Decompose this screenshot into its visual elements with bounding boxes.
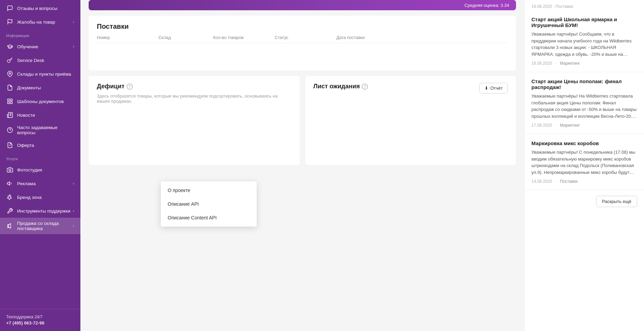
sidebar-item-label: Инструменты поддержки [17, 208, 70, 214]
svg-rect-4 [11, 99, 12, 101]
news-tag-2: Маркетинг [560, 123, 580, 128]
deficit-description: Здесь отобразятся товары, которые мы рек… [97, 93, 292, 104]
report-btn-label: Отчёт [490, 86, 503, 91]
col-status: Статус [275, 35, 336, 40]
supplies-section: Поставки Номер Склад Кол-во товаров Стат… [89, 16, 516, 71]
deficit-section: Дефицит ? Здесь отобразятся товары, кото… [89, 76, 300, 165]
sidebar-item-faq[interactable]: Часто задаваемые вопросы [0, 122, 80, 138]
sidebar-item-label: Реклама [17, 181, 36, 186]
question-icon [6, 126, 14, 134]
newspaper-icon [6, 111, 14, 119]
dot-2: · [555, 123, 556, 128]
col-warehouse: Склад [158, 35, 213, 40]
col-date: Дата поставки [336, 35, 508, 40]
chevron-right-icon: › [73, 20, 74, 24]
camera-icon [6, 166, 14, 174]
sidebar-item-servicedesk[interactable]: Service Desk [0, 53, 80, 67]
news-footer-1: 18.08.2020 · Маркетинг [531, 61, 637, 66]
sidebar-item-label: Service Desk [17, 58, 44, 63]
speaker-icon [6, 222, 14, 230]
news-item-2[interactable]: Старт акции Цены пополам: финал распрода… [525, 72, 644, 134]
wishlist-title: Лист ожидания ? [313, 83, 368, 90]
sidebar-item-training[interactable]: Обучение › [0, 40, 80, 53]
support-phone: +7 (495) 663-72-96 [6, 320, 74, 326]
news-date-3: 14.08.2020 [531, 179, 552, 184]
right-panel-footer: Раскрыть ещё [525, 190, 644, 213]
sidebar-item-branzone[interactable]: Бренд зона [0, 190, 80, 204]
col-quantity: Кол-во товаров [213, 35, 275, 40]
chevron-right-icon: › [73, 224, 74, 228]
news-date-top: 19.08.2020 · Поставки [525, 0, 644, 10]
flag-icon [6, 18, 14, 26]
chat-icon [6, 4, 14, 12]
sidebar-item-templates[interactable]: Шаблоны документов [0, 94, 80, 108]
news-item-1[interactable]: Старт акций Школьная ярмарка и Игрушечны… [525, 10, 644, 72]
col-number: Номер [97, 35, 158, 40]
sidebar-item-photostudio[interactable]: Фотостудия [0, 163, 80, 177]
news-title-3: Маркировка микс коробов [531, 140, 637, 146]
megaphone-icon [6, 180, 14, 187]
support-label: Техподдержка 24/7 [6, 315, 74, 319]
dropdown-menu: О проекте Описание API Описание Content … [161, 181, 257, 227]
main-content: Средняя оценка: 3.34 Поставки Номер Скла… [80, 0, 524, 331]
sidebar-item-label: Новости [17, 113, 35, 118]
sidebar-item-reviews[interactable]: Отзывы и вопросы [0, 1, 80, 15]
news-body-1: Уважаемые партнёры! Сообщаем, что в пред… [531, 31, 637, 58]
wishlist-help-icon[interactable]: ? [362, 84, 368, 90]
dropdown-item-about[interactable]: О проекте [161, 183, 257, 197]
sidebar-item-news[interactable]: Новости [0, 108, 80, 122]
sidebar-item-ads[interactable]: Реклама › [0, 177, 80, 190]
report-button[interactable]: ⬇ Отчёт [479, 83, 508, 93]
expand-button[interactable]: Раскрыть ещё [596, 196, 637, 207]
news-title-2: Старт акции Цены пополам: финал распрода… [531, 78, 637, 90]
news-tag-1: Маркетинг [560, 61, 580, 66]
news-body-3: Уважаемые партнёры! С понедельника (17.0… [531, 149, 637, 176]
sidebar-item-label: Бренд зона [17, 195, 41, 200]
sidebar-item-supplier-warehouse[interactable]: Продажа со склада поставщика › [0, 218, 80, 234]
supplies-empty-area [97, 43, 508, 64]
deficit-help-icon[interactable]: ? [127, 84, 133, 90]
dropdown-item-api[interactable]: Описание API [161, 197, 257, 211]
news-footer-2: 17.08.2020 · Маркетинг [531, 123, 637, 128]
sidebar-item-label: Жалобы на товар [17, 20, 55, 25]
sidebar-item-complaints[interactable]: Жалобы на товар › [0, 15, 80, 29]
dropdown-item-content-api[interactable]: Описание Content API [161, 211, 257, 225]
svg-point-13 [9, 169, 11, 171]
svg-rect-6 [8, 102, 9, 104]
rating-label: Средняя оценка: 3.34 [464, 3, 509, 8]
bottom-row: Дефицит ? Здесь отобразятся товары, кото… [89, 76, 516, 165]
sidebar-footer: Техподдержка 24/7 +7 (495) 663-72-96 [0, 309, 80, 331]
dot-1: · [555, 61, 556, 66]
download-icon: ⬇ [485, 86, 488, 91]
sidebar-item-offer[interactable]: Оферта [0, 138, 80, 152]
graduation-icon [6, 43, 14, 50]
sidebar-section-info: Информация [0, 29, 80, 40]
svg-point-2 [9, 73, 11, 74]
svg-marker-14 [8, 182, 10, 186]
sidebar-item-warehouses[interactable]: Склады и пункты приёма [0, 67, 80, 81]
sidebar-item-support-tools[interactable]: Инструменты поддержки › [0, 204, 80, 218]
dot-3: · [555, 179, 556, 184]
news-item-3[interactable]: Маркировка микс коробов Уважаемые партнё… [525, 134, 644, 190]
sidebar-item-docs[interactable]: Документы [0, 81, 80, 94]
sidebar: Отзывы и вопросы Жалобы на товар › Инфор… [0, 0, 80, 331]
svg-point-1 [8, 60, 10, 63]
news-title-1: Старт акций Школьная ярмарка и Игрушечны… [531, 16, 637, 28]
rocket-icon [6, 193, 14, 201]
sidebar-item-label: Склады и пункты приёма [17, 72, 71, 77]
sidebar-item-label: Часто задаваемые вопросы [17, 125, 74, 135]
news-body-2: Уважаемые партнёры! На Wildberries старт… [531, 93, 637, 119]
document-icon [6, 84, 14, 91]
location-icon [6, 70, 14, 78]
news-date-2: 17.08.2020 [531, 123, 552, 128]
chevron-right-icon: › [73, 181, 74, 186]
sidebar-item-label: Фотостудия [17, 167, 42, 173]
news-date-1: 18.08.2020 [531, 61, 552, 66]
sidebar-item-label: Шаблоны документов [17, 99, 64, 104]
contract-icon [6, 141, 14, 149]
wishlist-section: Лист ожидания ? ⬇ Отчёт [305, 76, 516, 165]
svg-rect-5 [11, 102, 12, 104]
template-icon [6, 98, 14, 105]
key-icon [6, 56, 14, 64]
sidebar-item-label: Продажа со склада поставщика [17, 221, 73, 231]
